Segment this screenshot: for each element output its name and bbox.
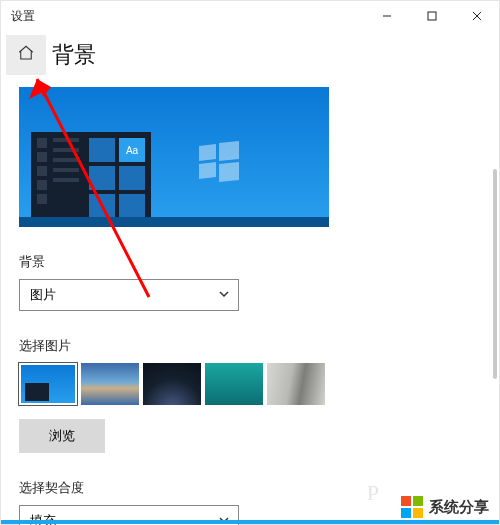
background-label: 背景 — [19, 253, 481, 271]
preview-taskbar — [19, 217, 329, 227]
microsoft-logo-icon — [401, 496, 423, 518]
ghost-logo-icon: P — [367, 480, 379, 506]
background-preview: Aa — [19, 87, 329, 227]
thumbnail-row — [19, 363, 481, 405]
thumbnail-night-sky[interactable] — [143, 363, 201, 405]
minimize-button[interactable] — [364, 1, 409, 31]
preview-start-panel: Aa — [31, 132, 151, 217]
content-area: Aa 背景 图片 选择图片 浏览 选择契合度 填充 — [1, 79, 499, 525]
thumbnail-underwater-teal[interactable] — [205, 363, 263, 405]
windows-logo-icon — [199, 142, 239, 182]
chevron-down-icon — [218, 288, 230, 303]
browse-button[interactable]: 浏览 — [19, 419, 105, 453]
thumbnail-beach-reflection[interactable] — [81, 363, 139, 405]
home-icon — [17, 44, 35, 66]
desktop-taskbar — [1, 520, 499, 524]
header: 背景 — [1, 31, 499, 79]
watermark-text: 系统分享 — [429, 498, 489, 517]
preview-sample-text: Aa — [119, 138, 145, 162]
maximize-button[interactable] — [409, 1, 454, 31]
titlebar: 设置 — [1, 1, 499, 31]
thumbnail-grey-rock[interactable] — [267, 363, 325, 405]
background-dropdown[interactable]: 图片 — [19, 279, 239, 311]
fit-label: 选择契合度 — [19, 479, 481, 497]
svg-rect-1 — [428, 12, 436, 20]
home-button[interactable] — [6, 35, 46, 75]
scrollbar[interactable] — [493, 169, 497, 379]
background-dropdown-value: 图片 — [30, 286, 56, 304]
app-name: 设置 — [11, 8, 35, 25]
settings-window: 设置 背景 Aa — [0, 0, 500, 525]
choose-picture-label: 选择图片 — [19, 337, 481, 355]
watermark: 系统分享 — [401, 496, 489, 518]
page-title: 背景 — [52, 40, 96, 70]
thumbnail-default-windows-blue[interactable] — [19, 363, 77, 405]
browse-button-label: 浏览 — [49, 427, 75, 445]
close-button[interactable] — [454, 1, 499, 31]
